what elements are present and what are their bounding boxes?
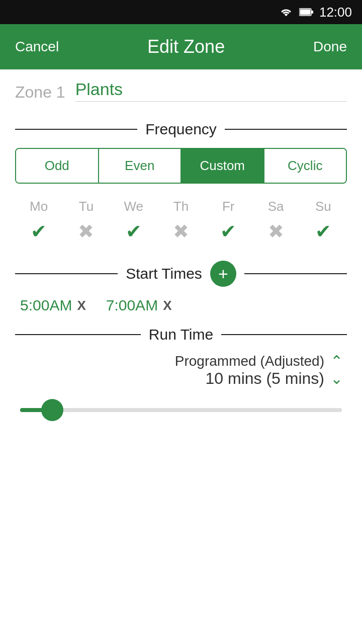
run-time-adjusted-label: Programmed (Adjusted) bbox=[175, 353, 324, 369]
slider-thumb[interactable] bbox=[41, 399, 63, 421]
day-su-label: Su bbox=[315, 199, 331, 214]
svg-rect-2 bbox=[300, 10, 310, 15]
day-th[interactable]: Th ✖ bbox=[161, 199, 201, 243]
day-sa[interactable]: Sa ✖ bbox=[256, 199, 296, 243]
day-mo-label: Mo bbox=[30, 199, 48, 214]
start-times-header: Start Times + bbox=[15, 261, 347, 287]
run-time-header: Run Time bbox=[15, 326, 347, 343]
time-2-remove[interactable]: X bbox=[163, 298, 171, 313]
app-bar: Cancel Edit Zone Done bbox=[0, 24, 362, 69]
status-bar: 12:00 bbox=[0, 0, 362, 24]
run-time-info: Programmed (Adjusted) ⌃ 10 mins (5 mins)… bbox=[15, 353, 347, 388]
run-time-slider-container bbox=[15, 403, 347, 417]
battery-icon bbox=[299, 8, 313, 17]
zone-label: Zone 1 bbox=[15, 83, 65, 102]
start-times-divider-right bbox=[244, 273, 347, 274]
wifi-icon bbox=[279, 7, 293, 17]
cancel-button[interactable]: Cancel bbox=[15, 39, 59, 55]
time-1-value: 5:00AM bbox=[20, 297, 72, 314]
svg-rect-1 bbox=[311, 11, 313, 14]
day-we-check[interactable]: ✔ bbox=[126, 220, 142, 243]
zone-row: Zone 1 Plants bbox=[15, 79, 347, 106]
tab-custom[interactable]: Custom bbox=[182, 149, 264, 183]
day-sa-label: Sa bbox=[268, 199, 284, 214]
day-mo[interactable]: Mo ✔ bbox=[19, 199, 59, 243]
app-bar-title: Edit Zone bbox=[147, 36, 225, 57]
day-we[interactable]: We ✔ bbox=[114, 199, 154, 243]
times-row: 5:00AM X 7:00AM X bbox=[15, 297, 347, 314]
add-start-time-button[interactable]: + bbox=[210, 261, 236, 287]
slider-track[interactable] bbox=[20, 408, 342, 412]
run-time-divider-right bbox=[221, 334, 347, 335]
frequency-divider-left bbox=[15, 129, 137, 130]
run-time-divider-left bbox=[15, 334, 141, 335]
run-time-section: Run Time Programmed (Adjusted) ⌃ 10 mins… bbox=[15, 326, 347, 417]
day-tu[interactable]: Tu ✖ bbox=[66, 199, 106, 243]
run-time-up-button[interactable]: ⌃ bbox=[330, 354, 343, 369]
tab-cyclic[interactable]: Cyclic bbox=[264, 149, 346, 183]
frequency-divider-right bbox=[225, 129, 347, 130]
done-button[interactable]: Done bbox=[313, 39, 347, 55]
day-su-check[interactable]: ✔ bbox=[315, 220, 331, 243]
day-th-check[interactable]: ✖ bbox=[173, 220, 189, 243]
day-we-label: We bbox=[124, 199, 143, 214]
start-times-title: Start Times bbox=[126, 265, 202, 282]
frequency-title: Frequency bbox=[145, 121, 217, 138]
tab-even[interactable]: Even bbox=[99, 149, 182, 183]
status-time: 12:00 bbox=[319, 5, 352, 20]
time-1-remove[interactable]: X bbox=[77, 298, 85, 313]
zone-name: Plants bbox=[75, 79, 347, 102]
day-th-label: Th bbox=[173, 199, 189, 214]
day-fr-check[interactable]: ✔ bbox=[220, 220, 236, 243]
days-row: Mo ✔ Tu ✖ We ✔ Th ✖ Fr ✔ Sa ✖ Su bbox=[15, 199, 347, 243]
day-fr[interactable]: Fr ✔ bbox=[208, 199, 248, 243]
frequency-header: Frequency bbox=[15, 121, 347, 138]
day-fr-label: Fr bbox=[222, 199, 235, 214]
day-su[interactable]: Su ✔ bbox=[303, 199, 343, 243]
run-time-down-button[interactable]: ⌄ bbox=[330, 371, 343, 386]
day-tu-label: Tu bbox=[79, 199, 94, 214]
day-sa-check[interactable]: ✖ bbox=[268, 220, 284, 243]
run-time-title: Run Time bbox=[149, 326, 213, 343]
content-area: Zone 1 Plants Frequency Odd Even Custom … bbox=[0, 69, 362, 427]
run-time-mins-label: 10 mins (5 mins) bbox=[206, 369, 325, 388]
time-2-value: 7:00AM bbox=[106, 297, 158, 314]
day-tu-check[interactable]: ✖ bbox=[78, 220, 94, 243]
day-mo-check[interactable]: ✔ bbox=[31, 220, 47, 243]
frequency-tabs: Odd Even Custom Cyclic bbox=[15, 148, 347, 184]
start-times-divider-left bbox=[15, 273, 118, 274]
tab-odd[interactable]: Odd bbox=[16, 149, 99, 183]
